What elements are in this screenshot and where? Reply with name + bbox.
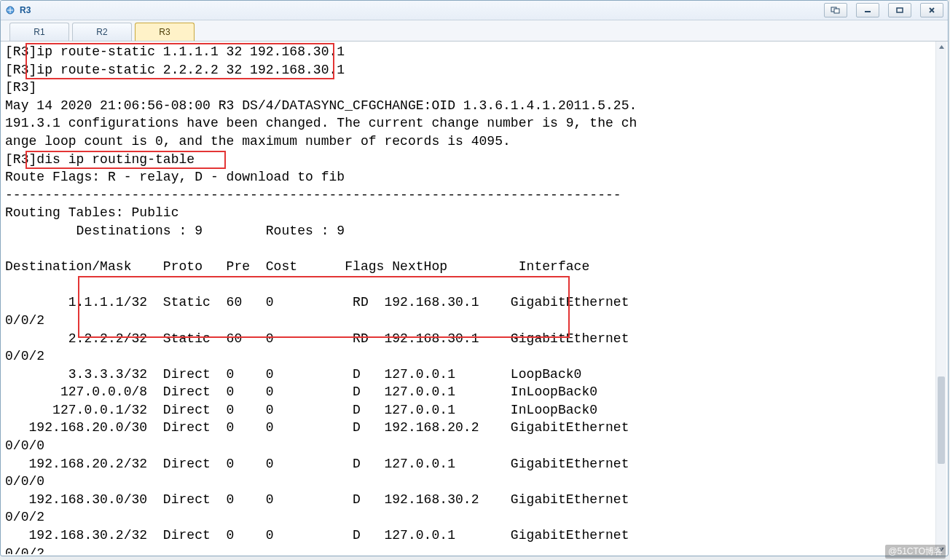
close-button[interactable] — [920, 3, 943, 17]
tab-r3[interactable]: R3 — [135, 23, 195, 41]
tab-r2[interactable]: R2 — [72, 23, 132, 41]
watermark: @51CTO博客 — [885, 545, 946, 559]
tab-strip: R1 R2 R3 — [1, 20, 948, 42]
svg-rect-2 — [834, 9, 839, 13]
app-icon — [5, 5, 15, 15]
window-title: R3 — [20, 5, 31, 15]
window-controls — [824, 3, 943, 17]
terminal-content[interactable]: [R3]ip route-static 1.1.1.1 32 192.168.3… — [2, 42, 936, 554]
svg-rect-4 — [897, 8, 903, 12]
popout-button[interactable] — [824, 3, 847, 17]
minimize-button[interactable] — [856, 3, 879, 17]
terminal-output[interactable]: [R3]ip route-static 1.1.1.1 32 192.168.3… — [2, 42, 936, 554]
titlebar: R3 — [1, 1, 948, 20]
scroll-thumb[interactable] — [938, 376, 945, 464]
scrollbar[interactable] — [935, 42, 946, 554]
tab-r1[interactable]: R1 — [9, 23, 69, 41]
terminal-window: R3 R1 R2 R3 [R3]ip route-static 1.1.1.1 … — [0, 0, 949, 556]
maximize-button[interactable] — [888, 3, 911, 17]
scroll-up-icon[interactable] — [936, 42, 946, 52]
